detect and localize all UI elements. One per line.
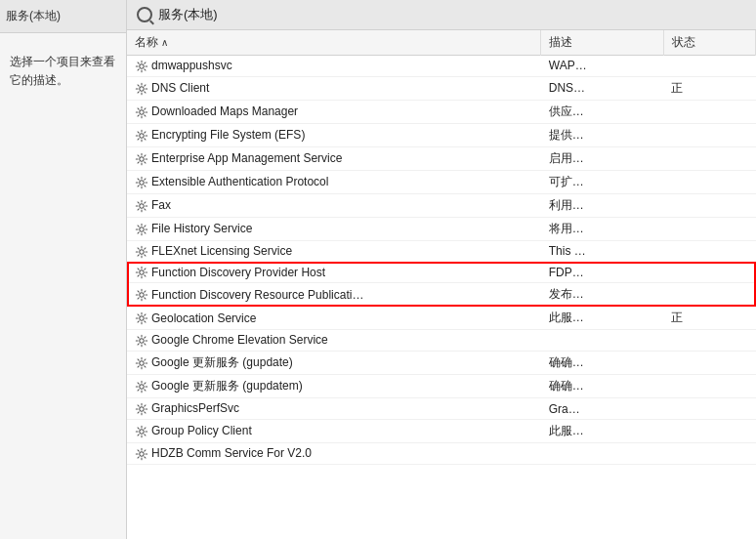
- service-status: [663, 330, 755, 352]
- service-desc: 此服…: [541, 307, 664, 330]
- sidebar: 服务(本地) 选择一个项目来查看它的描述。: [0, 0, 127, 539]
- svg-point-3: [140, 134, 144, 138]
- svg-point-9: [140, 270, 144, 274]
- service-name-cell: Google 更新服务 (gupdate): [127, 352, 541, 375]
- service-status: [663, 375, 755, 398]
- service-desc: [541, 330, 664, 352]
- table-row[interactable]: Group Policy Client此服…: [127, 420, 756, 443]
- main-title: 服务(本地): [158, 6, 218, 23]
- service-status: [663, 123, 755, 146]
- service-desc: 利用…: [541, 193, 664, 217]
- search-icon: [137, 7, 152, 22]
- service-desc: 提供…: [541, 123, 664, 146]
- svg-point-6: [140, 204, 144, 208]
- service-status: [663, 100, 755, 123]
- table-row[interactable]: Downloaded Maps Manager供应…: [127, 100, 756, 123]
- service-desc: 将用…: [541, 217, 664, 240]
- table-row[interactable]: Encrypting File System (EFS)提供…: [127, 123, 756, 146]
- svg-point-1: [140, 87, 144, 91]
- service-desc: This …: [541, 240, 664, 262]
- service-name-cell: Function Discovery Resource Publicati…: [127, 283, 541, 307]
- service-status: [663, 217, 755, 240]
- service-status: [663, 146, 755, 170]
- service-name: Google 更新服务 (gupdate): [151, 355, 293, 369]
- service-desc: Gra…: [541, 398, 664, 420]
- service-name: Encrypting File System (EFS): [151, 128, 305, 142]
- col-header-desc[interactable]: 描述: [541, 30, 664, 56]
- table-row[interactable]: HDZB Comm Service For V2.0: [127, 443, 756, 465]
- service-status: [663, 56, 755, 77]
- service-name: Google Chrome Elevation Service: [151, 333, 328, 347]
- service-name: GraphicsPerfSvc: [151, 401, 239, 415]
- service-name-cell: GraphicsPerfSvc: [127, 398, 541, 420]
- service-status: [663, 420, 755, 443]
- service-desc: 可扩…: [541, 170, 664, 193]
- service-name-cell: Downloaded Maps Manager: [127, 100, 541, 123]
- svg-point-10: [140, 293, 144, 297]
- service-desc: 确确…: [541, 375, 664, 398]
- service-status: 正: [663, 76, 755, 100]
- service-status: 正: [663, 307, 755, 330]
- svg-point-12: [140, 339, 144, 343]
- service-name-cell: dmwappushsvc: [127, 56, 541, 77]
- service-name-cell: Google Chrome Elevation Service: [127, 330, 541, 352]
- svg-point-16: [140, 430, 144, 434]
- service-desc: 确确…: [541, 352, 664, 375]
- service-table-container[interactable]: 名称 描述 状态 dmwappushsvcWAP… DNS ClientDNS……: [127, 30, 756, 539]
- service-desc: WAP…: [541, 56, 664, 77]
- service-name: Google 更新服务 (gupdatem): [151, 379, 303, 393]
- svg-point-14: [140, 385, 144, 389]
- svg-point-4: [140, 157, 144, 161]
- service-name: Function Discovery Provider Host: [151, 266, 325, 279]
- main-header: 服务(本地): [127, 0, 756, 30]
- table-row[interactable]: dmwappushsvcWAP…: [127, 56, 756, 77]
- service-desc: FDP…: [541, 262, 664, 283]
- service-status: [663, 262, 755, 283]
- service-status: [663, 193, 755, 217]
- col-header-name[interactable]: 名称: [127, 30, 541, 56]
- service-name: Enterprise App Management Service: [151, 151, 342, 165]
- table-row[interactable]: Extensible Authentication Protocol可扩…: [127, 170, 756, 193]
- table-row[interactable]: Geolocation Service此服…正: [127, 307, 756, 330]
- table-row[interactable]: Google Chrome Elevation Service: [127, 330, 756, 352]
- col-header-status[interactable]: 状态: [663, 30, 755, 56]
- service-status: [663, 283, 755, 307]
- service-name-cell: Geolocation Service: [127, 307, 541, 330]
- service-name: Geolocation Service: [151, 311, 256, 325]
- service-name-cell: File History Service: [127, 217, 541, 240]
- table-row[interactable]: File History Service将用…: [127, 217, 756, 240]
- service-status: [663, 398, 755, 420]
- table-row[interactable]: Enterprise App Management Service启用…: [127, 146, 756, 170]
- service-desc: [541, 443, 664, 465]
- table-row[interactable]: Function Discovery Resource Publicati…发布…: [127, 283, 756, 307]
- service-name: Group Policy Client: [151, 424, 252, 437]
- service-name-cell: FLEXnet Licensing Service: [127, 240, 541, 262]
- table-row[interactable]: FLEXnet Licensing ServiceThis …: [127, 240, 756, 262]
- service-name: Downloaded Maps Manager: [151, 104, 298, 118]
- service-desc: DNS…: [541, 76, 664, 100]
- table-row[interactable]: GraphicsPerfSvcGra…: [127, 398, 756, 420]
- service-name-cell: Group Policy Client: [127, 420, 541, 443]
- service-name: Function Discovery Resource Publicati…: [151, 288, 363, 302]
- table-row[interactable]: Function Discovery Provider HostFDP…: [127, 262, 756, 283]
- service-desc: 发布…: [541, 283, 664, 307]
- service-desc: 供应…: [541, 100, 664, 123]
- service-name-cell: Encrypting File System (EFS): [127, 123, 541, 146]
- service-name-cell: Fax: [127, 193, 541, 217]
- table-row[interactable]: Google 更新服务 (gupdatem)确确…: [127, 375, 756, 398]
- svg-point-13: [140, 361, 144, 365]
- table-row[interactable]: Fax利用…: [127, 193, 756, 217]
- service-desc: 启用…: [541, 146, 664, 170]
- service-name: Extensible Authentication Protocol: [151, 175, 328, 188]
- service-name: FLEXnet Licensing Service: [151, 244, 292, 258]
- table-row[interactable]: Google 更新服务 (gupdate)确确…: [127, 352, 756, 375]
- svg-point-0: [140, 64, 144, 68]
- service-status: [663, 443, 755, 465]
- table-row[interactable]: DNS ClientDNS…正: [127, 76, 756, 100]
- service-table: 名称 描述 状态 dmwappushsvcWAP… DNS ClientDNS……: [127, 30, 756, 465]
- table-header-row: 名称 描述 状态: [127, 30, 756, 56]
- service-name-cell: Function Discovery Provider Host: [127, 262, 541, 283]
- main-content: 服务(本地) 名称 描述 状态 dmwappushsvcWAP… DNS Cli…: [127, 0, 756, 539]
- service-status: [663, 170, 755, 193]
- service-name-cell: Enterprise App Management Service: [127, 146, 541, 170]
